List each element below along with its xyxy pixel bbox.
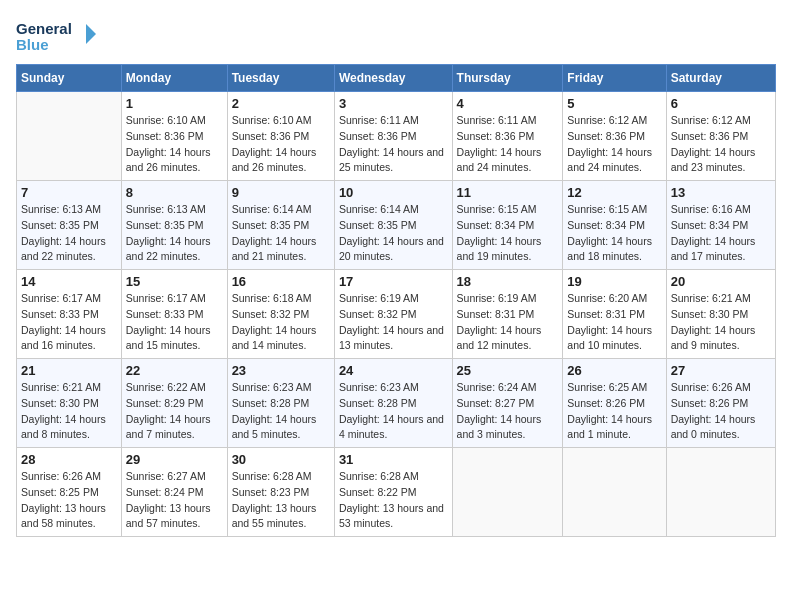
sunset-text: Sunset: 8:36 PM [339,129,448,145]
sunrise-text: Sunrise: 6:17 AM [21,291,117,307]
day-cell: 22Sunrise: 6:22 AMSunset: 8:29 PMDayligh… [121,359,227,448]
day-cell: 6Sunrise: 6:12 AMSunset: 8:36 PMDaylight… [666,92,775,181]
daylight-text: Daylight: 13 hours and 55 minutes. [232,501,330,533]
day-cell: 5Sunrise: 6:12 AMSunset: 8:36 PMDaylight… [563,92,666,181]
day-cell: 21Sunrise: 6:21 AMSunset: 8:30 PMDayligh… [17,359,122,448]
sunset-text: Sunset: 8:26 PM [671,396,771,412]
daylight-text: Daylight: 14 hours and 10 minutes. [567,323,661,355]
daylight-text: Daylight: 13 hours and 58 minutes. [21,501,117,533]
day-number: 26 [567,363,661,378]
day-cell [17,92,122,181]
day-info: Sunrise: 6:18 AMSunset: 8:32 PMDaylight:… [232,291,330,354]
sunrise-text: Sunrise: 6:16 AM [671,202,771,218]
sunrise-text: Sunrise: 6:15 AM [567,202,661,218]
daylight-text: Daylight: 14 hours and 4 minutes. [339,412,448,444]
sunrise-text: Sunrise: 6:11 AM [339,113,448,129]
daylight-text: Daylight: 14 hours and 24 minutes. [567,145,661,177]
daylight-text: Daylight: 14 hours and 15 minutes. [126,323,223,355]
svg-text:General: General [16,20,72,37]
sunset-text: Sunset: 8:23 PM [232,485,330,501]
sunset-text: Sunset: 8:25 PM [21,485,117,501]
week-row-4: 21Sunrise: 6:21 AMSunset: 8:30 PMDayligh… [17,359,776,448]
daylight-text: Daylight: 14 hours and 13 minutes. [339,323,448,355]
day-info: Sunrise: 6:27 AMSunset: 8:24 PMDaylight:… [126,469,223,532]
sunset-text: Sunset: 8:36 PM [457,129,559,145]
day-cell: 11Sunrise: 6:15 AMSunset: 8:34 PMDayligh… [452,181,563,270]
col-header-monday: Monday [121,65,227,92]
day-cell: 27Sunrise: 6:26 AMSunset: 8:26 PMDayligh… [666,359,775,448]
day-info: Sunrise: 6:25 AMSunset: 8:26 PMDaylight:… [567,380,661,443]
day-number: 3 [339,96,448,111]
svg-marker-2 [86,24,96,44]
col-header-tuesday: Tuesday [227,65,334,92]
daylight-text: Daylight: 14 hours and 24 minutes. [457,145,559,177]
logo-svg: General Blue [16,16,96,56]
week-row-2: 7Sunrise: 6:13 AMSunset: 8:35 PMDaylight… [17,181,776,270]
day-info: Sunrise: 6:14 AMSunset: 8:35 PMDaylight:… [232,202,330,265]
day-info: Sunrise: 6:17 AMSunset: 8:33 PMDaylight:… [126,291,223,354]
day-cell: 30Sunrise: 6:28 AMSunset: 8:23 PMDayligh… [227,448,334,537]
day-info: Sunrise: 6:26 AMSunset: 8:26 PMDaylight:… [671,380,771,443]
day-number: 27 [671,363,771,378]
day-number: 2 [232,96,330,111]
day-number: 8 [126,185,223,200]
sunrise-text: Sunrise: 6:27 AM [126,469,223,485]
day-cell: 16Sunrise: 6:18 AMSunset: 8:32 PMDayligh… [227,270,334,359]
day-number: 28 [21,452,117,467]
col-header-friday: Friday [563,65,666,92]
daylight-text: Daylight: 14 hours and 22 minutes. [21,234,117,266]
sunrise-text: Sunrise: 6:11 AM [457,113,559,129]
day-number: 9 [232,185,330,200]
sunrise-text: Sunrise: 6:21 AM [21,380,117,396]
sunrise-text: Sunrise: 6:18 AM [232,291,330,307]
day-info: Sunrise: 6:28 AMSunset: 8:23 PMDaylight:… [232,469,330,532]
daylight-text: Daylight: 14 hours and 12 minutes. [457,323,559,355]
sunset-text: Sunset: 8:36 PM [567,129,661,145]
day-cell: 17Sunrise: 6:19 AMSunset: 8:32 PMDayligh… [334,270,452,359]
day-info: Sunrise: 6:13 AMSunset: 8:35 PMDaylight:… [126,202,223,265]
day-number: 7 [21,185,117,200]
day-info: Sunrise: 6:19 AMSunset: 8:32 PMDaylight:… [339,291,448,354]
day-cell: 15Sunrise: 6:17 AMSunset: 8:33 PMDayligh… [121,270,227,359]
sunset-text: Sunset: 8:35 PM [21,218,117,234]
day-cell: 7Sunrise: 6:13 AMSunset: 8:35 PMDaylight… [17,181,122,270]
sunrise-text: Sunrise: 6:14 AM [339,202,448,218]
sunrise-text: Sunrise: 6:23 AM [232,380,330,396]
calendar-header-row: SundayMondayTuesdayWednesdayThursdayFrid… [17,65,776,92]
daylight-text: Daylight: 13 hours and 53 minutes. [339,501,448,533]
day-cell [563,448,666,537]
day-info: Sunrise: 6:13 AMSunset: 8:35 PMDaylight:… [21,202,117,265]
day-info: Sunrise: 6:11 AMSunset: 8:36 PMDaylight:… [457,113,559,176]
day-info: Sunrise: 6:28 AMSunset: 8:22 PMDaylight:… [339,469,448,532]
daylight-text: Daylight: 13 hours and 57 minutes. [126,501,223,533]
day-info: Sunrise: 6:20 AMSunset: 8:31 PMDaylight:… [567,291,661,354]
day-number: 29 [126,452,223,467]
sunset-text: Sunset: 8:22 PM [339,485,448,501]
day-info: Sunrise: 6:17 AMSunset: 8:33 PMDaylight:… [21,291,117,354]
daylight-text: Daylight: 14 hours and 21 minutes. [232,234,330,266]
day-info: Sunrise: 6:10 AMSunset: 8:36 PMDaylight:… [126,113,223,176]
col-header-sunday: Sunday [17,65,122,92]
day-cell: 24Sunrise: 6:23 AMSunset: 8:28 PMDayligh… [334,359,452,448]
sunrise-text: Sunrise: 6:13 AM [126,202,223,218]
sunrise-text: Sunrise: 6:22 AM [126,380,223,396]
day-info: Sunrise: 6:16 AMSunset: 8:34 PMDaylight:… [671,202,771,265]
sunrise-text: Sunrise: 6:19 AM [339,291,448,307]
day-number: 16 [232,274,330,289]
day-cell: 28Sunrise: 6:26 AMSunset: 8:25 PMDayligh… [17,448,122,537]
sunset-text: Sunset: 8:28 PM [232,396,330,412]
week-row-3: 14Sunrise: 6:17 AMSunset: 8:33 PMDayligh… [17,270,776,359]
sunrise-text: Sunrise: 6:12 AM [567,113,661,129]
sunrise-text: Sunrise: 6:21 AM [671,291,771,307]
sunrise-text: Sunrise: 6:10 AM [126,113,223,129]
col-header-saturday: Saturday [666,65,775,92]
sunrise-text: Sunrise: 6:28 AM [232,469,330,485]
day-info: Sunrise: 6:15 AMSunset: 8:34 PMDaylight:… [567,202,661,265]
sunrise-text: Sunrise: 6:23 AM [339,380,448,396]
daylight-text: Daylight: 14 hours and 20 minutes. [339,234,448,266]
day-cell: 19Sunrise: 6:20 AMSunset: 8:31 PMDayligh… [563,270,666,359]
day-number: 4 [457,96,559,111]
day-number: 10 [339,185,448,200]
day-info: Sunrise: 6:19 AMSunset: 8:31 PMDaylight:… [457,291,559,354]
calendar-body: 1Sunrise: 6:10 AMSunset: 8:36 PMDaylight… [17,92,776,537]
